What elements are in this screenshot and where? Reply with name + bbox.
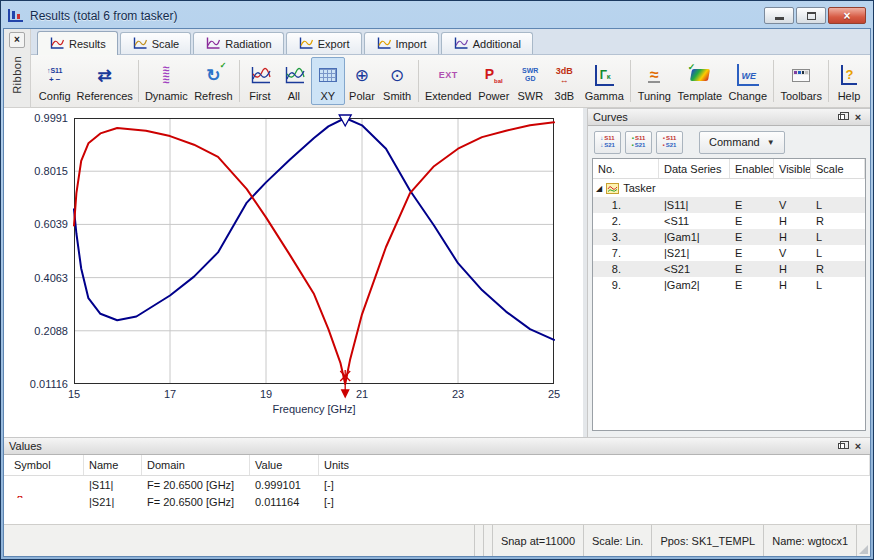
value-row[interactable]: ×|S21|F= 20.6500 [GHz]0.011164[-]	[4, 493, 870, 510]
curves-table-header: No.Data SeriesEnabledVisibleScale	[593, 159, 865, 179]
tab-label: Additional	[473, 38, 521, 50]
tree-group-row[interactable]: ◢Tasker	[593, 179, 865, 197]
tab-export[interactable]: Export	[286, 32, 362, 54]
maximize-button[interactable]	[796, 7, 826, 24]
toolbar-config-button[interactable]: ↑S11+ −Config	[35, 57, 74, 105]
toolbars-icon	[792, 69, 810, 82]
toolbar-power-button[interactable]: PbalPower	[474, 57, 513, 105]
curve-enabled: E	[730, 215, 774, 227]
x-tick-label: 21	[345, 388, 379, 400]
value-value: 0.011164	[250, 496, 319, 508]
curves-close-button[interactable]: ×	[851, 111, 865, 124]
curve--s11-[interactable]	[74, 118, 554, 340]
tab-radiation[interactable]: Radiation	[193, 32, 283, 54]
tree-expander-icon[interactable]: ◢	[596, 184, 602, 193]
toolbar-swr-button[interactable]: SWRGDSWR	[513, 57, 547, 105]
y-tick-label: 0.2088	[10, 325, 68, 337]
tab-results[interactable]: Results	[37, 31, 118, 55]
toolbar-change-button[interactable]: WEChange	[725, 57, 770, 105]
curve-row[interactable]: 8.<S21EHR	[593, 261, 865, 277]
toolbar-polar-button[interactable]: ⊕Polar	[345, 57, 379, 105]
curve-series: |Gam2|	[659, 279, 730, 291]
toolbar-xy-button[interactable]: XY	[311, 57, 345, 105]
curve--s21-[interactable]	[74, 122, 554, 384]
toolbar-all-button[interactable]: All	[277, 57, 311, 105]
curves-float-button[interactable]	[834, 111, 848, 124]
float-icon	[838, 114, 845, 120]
toolbar-button-label: XY	[321, 90, 336, 102]
x-tick-label: 17	[153, 388, 187, 400]
triangle-down-marker-icon: ∨	[17, 479, 23, 480]
window-title: Results (total 6 from tasker)	[30, 9, 177, 23]
value-domain: F= 20.6500 [GHz]	[142, 479, 250, 491]
toolbar-template-button[interactable]: ✓Template	[675, 57, 726, 105]
title-bar[interactable]: Results (total 6 from tasker) ×	[3, 3, 871, 28]
values-float-button[interactable]	[834, 440, 848, 453]
plot-area[interactable]: Frequency [GHz] 0.99910.80150.60390.4063…	[4, 108, 583, 437]
hide-s11-s21-button[interactable]: ▪S11▪S21	[656, 131, 683, 154]
toolbar-smith-button[interactable]: ⊙Smith	[379, 57, 415, 105]
toolbar-gamma-button[interactable]: ΓκGamma	[581, 57, 627, 105]
y-tick-label: 0.8015	[10, 165, 68, 177]
tasker-chart-icon	[606, 183, 619, 194]
value-row[interactable]: ∨|S11|F= 20.6500 [GHz]0.999101[-]	[4, 476, 870, 493]
status-segment: Name: wgtocx1	[763, 525, 856, 556]
resize-grip[interactable]	[856, 525, 870, 556]
values-close-button[interactable]: ×	[851, 440, 865, 453]
tab-scale[interactable]: Scale	[120, 32, 192, 54]
dynamic-waves-icon: ≈≈≈	[163, 66, 170, 84]
plot-s11-s21-button[interactable]: ↓S11↓S21	[594, 131, 621, 154]
curve-row[interactable]: 1.|S11|EVL	[593, 197, 865, 213]
curve-no: 2.	[593, 215, 659, 227]
column-header: No.	[593, 159, 659, 178]
column-header: Name	[84, 455, 142, 475]
ribbon-close-button[interactable]: ×	[9, 32, 25, 48]
command-dropdown-button[interactable]: Command▼	[699, 131, 785, 154]
curve-enabled: E	[730, 279, 774, 291]
status-bar: Snap at=11000Scale: Lin.Ppos: SK1_TEMPLN…	[4, 524, 870, 556]
column-header: Units	[319, 455, 870, 475]
toolbar-3db-button[interactable]: 3dB↔3dB	[547, 57, 581, 105]
toolbar-tuning-button[interactable]: ≈Tuning	[634, 57, 675, 105]
xy-plot[interactable]	[74, 118, 554, 384]
x-tick-label: 25	[537, 388, 571, 400]
tab-import[interactable]: Import	[364, 32, 439, 54]
curve-scale: L	[811, 199, 865, 211]
template-icon: ✓	[691, 69, 709, 81]
toolbar-help-button[interactable]: ?Help	[832, 57, 866, 105]
values-panel: Values × SymbolNameDomainValueUnits∨|S11…	[4, 437, 870, 524]
toolbar-button-label: Config	[39, 90, 71, 102]
window-controls: ×	[762, 7, 866, 24]
toolbar-button-label: Extended	[425, 90, 471, 102]
tab-additional[interactable]: Additional	[441, 32, 533, 54]
toolbar-extended-button[interactable]: EXTExtended	[422, 57, 474, 105]
toolbar-first-button[interactable]: First	[243, 57, 277, 105]
visible-s11-s21-button[interactable]: ▪S11▪S21	[625, 131, 652, 154]
minimize-button[interactable]	[764, 7, 794, 24]
x-tick-label: 23	[441, 388, 475, 400]
toolbar-refresh-button[interactable]: ↻✓Refresh	[191, 57, 236, 105]
column-header: Scale	[811, 159, 865, 178]
curve-row[interactable]: 7.|S21|EVL	[593, 245, 865, 261]
curve-scale: L	[811, 231, 865, 243]
curve-visible: H	[774, 215, 811, 227]
curve-no: 7.	[593, 247, 659, 259]
curve-row[interactable]: 2.<S11EHR	[593, 213, 865, 229]
toolbar-toolbars-button[interactable]: Toolbars	[777, 57, 825, 105]
x-tick-label: 15	[57, 388, 91, 400]
close-icon: ×	[855, 112, 861, 122]
curve-enabled: E	[730, 247, 774, 259]
close-button[interactable]: ×	[828, 7, 866, 24]
toolbar-dynamic-button[interactable]: ≈≈≈Dynamic	[142, 57, 191, 105]
toolbar-button-label: Tuning	[638, 90, 671, 102]
toolbar-references-button[interactable]: ⇄References	[74, 57, 135, 105]
curve-row[interactable]: 3.|Gam1|EHL	[593, 229, 865, 245]
curve-series: |S21|	[659, 247, 730, 259]
curve-row[interactable]: 9.|Gam2|EHL	[593, 277, 865, 293]
curve-scale: R	[811, 215, 865, 227]
curve-visible: H	[774, 279, 811, 291]
tab-label: Import	[396, 38, 427, 50]
tuning-icon: ≈	[648, 68, 660, 83]
additional-tab-icon	[453, 37, 468, 50]
ribbon-side-strip: × Ribbon	[4, 29, 31, 108]
